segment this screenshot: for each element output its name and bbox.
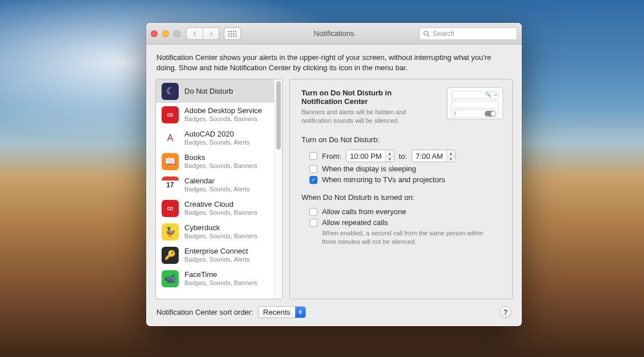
app-subtitle: Badges, Sounds, Banners [184,232,257,240]
window-controls [151,30,180,37]
popup-arrows-icon [295,307,305,318]
detail-title: Turn on Do Not Disturb in Notification C… [301,89,433,106]
mirroring-checkbox[interactable]: ✓ [309,176,317,184]
allow-everyone-row: Allow calls from everyone [309,207,502,216]
moon-icon: ☾ [454,111,458,117]
sidebar-item[interactable]: 🦆CyberduckBadges, Sounds, Banners [156,220,274,243]
minimize-button[interactable] [162,30,169,37]
app-icon: 🔑 [162,247,179,264]
show-all-button[interactable] [224,27,241,40]
mirroring-row: ✓ When mirroring to TVs and projectors [309,175,502,184]
app-subtitle: Badges, Sounds, Alerts [184,139,249,146]
schedule-row: From: 10:00 PM ▲ ▼ to: 7:00 AM ▲ ▼ [309,150,502,162]
sidebar-item[interactable]: AAutoCAD 2020Badges, Sounds, Alerts [156,126,274,150]
sort-order-value: Recents [259,308,295,316]
app-name: Do Not Disturb [184,87,233,96]
allow-repeated-row: Allow repeated calls [309,218,502,227]
close-button[interactable] [151,30,158,37]
app-list-scroll[interactable]: ☾Do Not Disturb∞Adobe Desktop ServiceBad… [156,79,274,299]
app-icon: ∞ [162,200,179,217]
from-time-value: 10:00 PM [347,152,385,161]
from-checkbox[interactable] [309,152,317,160]
nav-back-forward [186,27,219,40]
detail-pane: 🔍 ≡ ☾ Turn on Do Not Disturb in Notifica… [289,79,513,299]
schedule-section-label: Turn on Do Not Disturb: [301,135,502,144]
search-field[interactable]: Search [419,27,517,40]
intro-text: Notification Center shows your alerts in… [146,45,522,79]
app-icon: ∞ [162,106,179,123]
dnd-switch-preview [485,111,496,117]
app-icon: 17 [162,177,179,194]
sidebar-item[interactable]: ∞Adobe Desktop ServiceBadges, Sounds, Ba… [156,103,274,126]
svg-line-1 [428,35,429,37]
chevron-right-icon [209,31,214,37]
sidebar-item[interactable]: 17CalendarBadges, Sounds, Alerts [156,173,274,196]
from-label: From: [322,152,341,161]
preferences-window: Notifications Search Notification Center… [146,23,522,326]
sidebar-item[interactable]: ☾Do Not Disturb [156,79,274,103]
app-name: Calendar [184,177,249,186]
app-name: AutoCAD 2020 [184,130,249,139]
app-icon: ☾ [162,83,179,100]
search-placeholder: Search [433,30,454,38]
app-icon: 📖 [162,153,179,170]
zoom-button [174,30,180,37]
sort-order-label: Notification Center sort order: [156,308,253,316]
svg-point-0 [424,31,428,35]
app-subtitle: Badges, Sounds, Alerts [184,256,249,263]
to-step-up[interactable]: ▲ [447,150,455,156]
help-button[interactable]: ? [500,306,512,318]
from-stepper[interactable]: ▲ ▼ [385,150,394,162]
allow-everyone-label: Allow calls from everyone [322,207,406,216]
app-subtitle: Badges, Sounds, Banners [184,162,257,170]
display-sleep-label: When the display is sleeping [322,165,416,173]
allow-everyone-checkbox[interactable] [309,208,317,216]
mirroring-label: When mirroring to TVs and projectors [322,175,445,184]
app-subtitle: Badges, Sounds, Alerts [184,186,249,193]
detail-description: Banners and alerts will be hidden and no… [301,108,433,125]
to-label: to: [399,152,407,161]
back-button[interactable] [187,28,203,39]
display-sleep-row: When the display is sleeping [309,165,502,173]
from-time-field[interactable]: 10:00 PM ▲ ▼ [346,150,395,162]
to-time-value: 7:00 AM [412,152,446,161]
app-icon: A [162,130,179,147]
sidebar-item[interactable]: 📹FaceTimeBadges, Sounds, Banners [156,267,274,290]
desktop-wallpaper: Notifications Search Notification Center… [0,0,644,357]
allow-repeated-checkbox[interactable] [309,219,317,227]
titlebar: Notifications Search [146,23,522,45]
to-time-field[interactable]: 7:00 AM ▲ ▼ [412,150,456,162]
sidebar-item[interactable]: 🔑Enterprise ConnectBadges, Sounds, Alert… [156,243,274,267]
scrollbar-thumb[interactable] [276,81,281,150]
app-icon: 📹 [162,270,179,287]
footer: Notification Center sort order: Recents … [146,299,522,326]
display-sleep-checkbox[interactable] [309,165,317,173]
chevron-left-icon [192,31,197,37]
app-name: Creative Cloud [184,200,257,209]
repeated-calls-hint: When enabled, a second call from the sam… [322,229,493,246]
grid-icon [228,31,236,37]
content-area: ☾Do Not Disturb∞Adobe Desktop ServiceBad… [146,79,522,299]
app-subtitle: Badges, Sounds, Banners [184,115,262,123]
allow-repeated-label: Allow repeated calls [322,218,388,227]
sort-order-popup[interactable]: Recents [258,306,306,318]
sidebar-item[interactable]: 📖BooksBadges, Sounds, Banners [156,150,274,173]
app-name: FaceTime [184,270,257,279]
app-icon: 🦆 [162,223,179,240]
app-name: Cyberduck [184,223,257,232]
sidebar-item[interactable]: ∞Creative CloudBadges, Sounds, Banners [156,196,274,220]
scrollbar-track[interactable] [274,79,282,299]
preview-list-icon: ≡ [494,93,497,98]
app-name: Enterprise Connect [184,247,249,256]
to-stepper[interactable]: ▲ ▼ [446,150,455,162]
app-list: ☾Do Not Disturb∞Adobe Desktop ServiceBad… [155,79,283,299]
from-step-up[interactable]: ▲ [386,150,394,156]
preview-search-icon: 🔍 [485,92,491,97]
app-subtitle: Badges, Sounds, Banners [184,209,257,216]
when-on-section-label: When Do Not Disturb is turned on: [301,193,502,202]
app-name: Books [184,153,257,162]
from-step-down[interactable]: ▼ [386,156,394,162]
to-step-down[interactable]: ▼ [447,156,455,162]
app-subtitle: Badges, Sounds, Banners [184,279,257,287]
forward-button[interactable] [203,28,219,39]
